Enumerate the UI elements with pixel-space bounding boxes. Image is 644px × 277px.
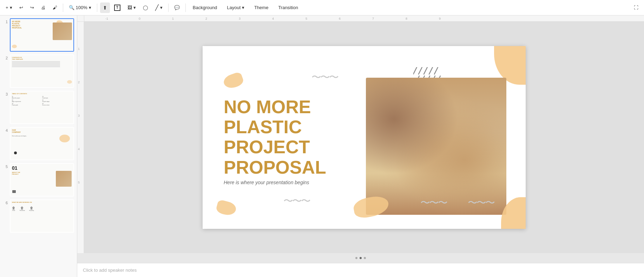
layout-dropdown-icon: ▾ [242,5,244,10]
notes-placeholder: Click to add speaker notes [83,268,137,273]
comment-button[interactable]: 💬 [171,2,183,13]
lines-icon: ╱ [155,4,159,11]
deco-wave-tc: 〜〜〜 [311,71,338,84]
deco-wave-br: 〜〜〜 [468,196,494,210]
expand-icon: ⛶ [634,5,638,10]
svg-line-18 [413,67,417,74]
slide-6-title: WHAT WE ARE WORKING ON [12,201,72,203]
print-button[interactable]: 🖨 [38,2,48,13]
select-button[interactable]: ⬆ [100,2,110,13]
svg-text:4: 4 [78,147,80,151]
print-icon: 🖨 [41,5,46,10]
svg-text:2: 2 [78,80,80,84]
redo-button[interactable]: ↪ [27,2,37,13]
svg-text:2: 2 [205,17,207,20]
svg-text:5: 5 [305,17,307,20]
svg-text:7: 7 [372,17,374,20]
svg-text:6: 6 [339,17,341,20]
canvas-row: 1 2 3 4 5 〜〜〜 [77,22,644,253]
slide-dots [77,253,644,263]
zoom-dropdown-icon: ▾ [89,5,91,10]
svg-line-19 [419,67,422,74]
canvas-area: -1 0 1 2 3 4 5 6 7 8 9 1 [77,15,644,277]
add-button[interactable]: + ▾ [3,2,15,13]
sep2 [97,4,97,12]
transition-button[interactable]: Transition [274,2,302,13]
slide-main-photo [366,78,506,215]
deco-blob-bc [352,194,390,220]
image-dropdown-icon: ▾ [133,5,136,10]
svg-text:9: 9 [439,17,441,20]
svg-text:3: 3 [78,114,80,117]
slide-thumb-img-3[interactable]: TABLE OF CONTENTS 01About the project 04… [10,91,74,124]
background-button[interactable]: Background [189,2,221,13]
layout-label: Layout [227,5,241,10]
slide-thumb-2[interactable]: 2 CONTENTS OFTHIS TEMPLATE [3,54,74,88]
svg-text:1: 1 [172,17,174,20]
svg-text:4: 4 [272,17,274,20]
slide-panel: 1 NO MOREPLASTICPROJECTPROPOSAL 2 CONTEN… [0,15,77,277]
cursor-icon: ⬆ [103,5,107,11]
slide-main-subtitle: Here is where your presentation begins [224,180,309,185]
zoom-button[interactable]: 🔍 100% ▾ [66,2,94,13]
slide-4-content: OURCOMPANY Here is where your text begin… [11,128,73,160]
svg-text:-1: -1 [105,17,108,20]
lines-button[interactable]: ╱ ▾ [152,2,165,13]
zoom-label: 100% [76,5,87,10]
notes-area[interactable]: Click to add speaker notes [77,263,644,277]
add-icon: + [6,5,8,10]
svg-text:3: 3 [239,17,241,20]
theme-button[interactable]: Theme [250,2,272,13]
slide-thumb-img-5[interactable]: 01 ABOUT THEPROJECT [10,163,74,197]
slide-thumb-1[interactable]: 1 NO MOREPLASTICPROJECTPROPOSAL [3,18,74,52]
undo-icon: ↩ [19,5,23,10]
slide-thumb-img-2[interactable]: CONTENTS OFTHIS TEMPLATE [10,54,74,88]
sep1 [63,4,63,12]
paintformat-icon: 🖌 [53,5,57,10]
lines-dropdown-icon: ▾ [160,5,163,10]
toolbar: + ▾ ↩ ↪ 🖨 🖌 🔍 100% ▾ ⬆ T 🖼 ▾ ◯ ╱ ▾ 💬 Bac… [0,0,644,15]
svg-line-21 [429,67,433,74]
slide-3-content: TABLE OF CONTENTS 01About the project 04… [11,91,73,123]
slide-thumb-img-1[interactable]: NO MOREPLASTICPROJECTPROPOSAL [10,18,74,52]
photo-content [366,78,506,215]
slide-5-content: 01 ABOUT THEPROJECT [11,164,73,196]
expand-button[interactable]: ⛶ [631,2,641,13]
image-button[interactable]: 🖼 ▾ [125,2,139,13]
deco-wave-bc1: 〜〜〜 [283,194,310,208]
ruler-corner [77,15,84,22]
slide-thumb-6[interactable]: 6 WHAT WE ARE WORKING ON 🗑 Retail 🗑 Resi… [3,199,74,233]
textbox-button[interactable]: T [111,2,123,13]
undo-button[interactable]: ↩ [17,2,26,13]
deco-wave-bc2: 〜〜〜 [420,196,447,210]
slide-thumb-4[interactable]: 4 OURCOMPANY Here is where your text beg… [3,127,74,160]
slide-thumb-5[interactable]: 5 01 ABOUT THEPROJECT [3,163,74,197]
svg-text:1: 1 [78,47,80,51]
slide-num-5: 5 [3,163,8,169]
canvas-content: 〜〜〜 [84,22,644,253]
slide-3-grid: 01About the project 04Growth plan 02Majo… [12,96,72,106]
slide-thumb-3[interactable]: 3 TABLE OF CONTENTS 01About the project … [3,91,74,124]
sep4 [185,4,186,12]
svg-text:0: 0 [139,17,140,20]
shapes-button[interactable]: ◯ [140,2,151,13]
paintformat-button[interactable]: 🖌 [50,2,60,13]
slide-num-1: 1 [3,18,8,24]
slide-2-lines [12,61,72,67]
slide-thumb-img-6[interactable]: WHAT WE ARE WORKING ON 🗑 Retail 🗑 Reside… [10,199,74,233]
deco-blob-bl [215,199,237,217]
slide-1-content: NO MOREPLASTICPROJECTPROPOSAL [11,19,73,51]
dot-1 [355,257,357,259]
main-area: 1 NO MOREPLASTICPROJECTPROPOSAL 2 CONTEN… [0,15,644,277]
slide-main[interactable]: 〜〜〜 [203,46,526,229]
slide-2-content: CONTENTS OFTHIS TEMPLATE [11,55,73,87]
svg-text:8: 8 [406,17,407,20]
slide-thumb-img-4[interactable]: OURCOMPANY Here is where your text begin… [10,127,74,160]
slide-num-2: 2 [3,54,8,60]
slide-5-num: 01 [12,165,72,171]
ruler-vertical: 1 2 3 4 5 [77,22,84,253]
slide-num-6: 6 [3,199,8,205]
add-dropdown-icon: ▾ [10,5,12,10]
layout-button[interactable]: Layout ▾ [223,2,249,13]
svg-line-22 [434,67,438,74]
